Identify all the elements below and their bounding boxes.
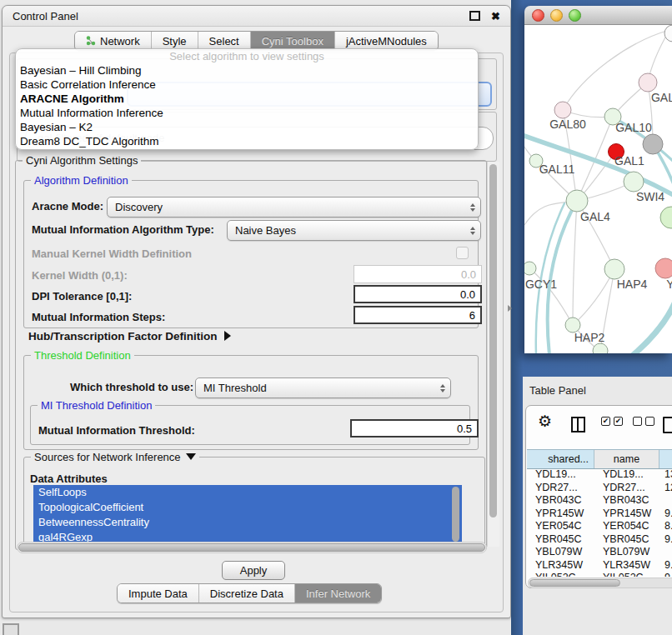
table-cell: 9. [659, 559, 672, 572]
table-cell: YPR145W [594, 508, 659, 521]
network-node-GAL1[interactable] [624, 172, 644, 192]
tab-style[interactable]: Style [152, 32, 198, 50]
network-node-GAL80[interactable] [554, 102, 571, 118]
manual-kernel-checkbox[interactable] [456, 247, 469, 259]
gear-icon[interactable]: ⚙ [538, 412, 552, 431]
mi-threshold-field[interactable]: 0.5 [350, 419, 479, 438]
combo-spinner-icon [470, 227, 475, 235]
columns-icon[interactable] [571, 417, 585, 432]
network-node-Y[interactable] [655, 258, 672, 278]
table-row[interactable]: YBR045CYBR045C9. [527, 533, 672, 547]
mi-type-label: Mutual Information Algorithm Type: [32, 223, 214, 236]
algorithm-definition-title: Algorithm Definition [31, 174, 132, 187]
float-window-icon[interactable] [469, 11, 480, 21]
network-node-label: GAL [651, 91, 672, 104]
sources-title-label: Sources for Network Inference [34, 451, 181, 463]
aracne-mode-label: Aracne Mode: [32, 200, 103, 212]
close-icon[interactable]: ✖ [491, 11, 500, 22]
attributes-scrollbar[interactable] [452, 487, 459, 542]
attribute-item[interactable]: BetweennessCentrality [33, 515, 462, 530]
table-header: shared... name [527, 449, 672, 469]
network-node-GAL[interactable] [639, 73, 657, 92]
table-cell: YBR045C [594, 533, 659, 547]
select-all-columns-icon[interactable]: ✔✔ [601, 417, 623, 426]
mi-steps-field[interactable]: 6 [354, 306, 482, 324]
table-body: YDL19...YDL19...13YDR27...YDR27...12YBR0… [527, 468, 672, 577]
table-cell: YDL19... [594, 468, 659, 482]
table-cell: YDL19... [527, 468, 594, 482]
table-cell: 13 [659, 468, 672, 482]
table-row[interactable]: YDR27...YDR27...12 [527, 482, 672, 495]
table-row[interactable]: YPR145WYPR145W9. [527, 508, 672, 521]
aracne-mode-combo[interactable]: Discovery [107, 197, 481, 218]
settings-vertical-scrollbar[interactable] [487, 162, 499, 547]
network-canvas[interactable]: GALGAL80GAL10GAL1SWI4GAL11GAL4GCY1HAP4YH… [524, 25, 672, 353]
sources-group-title[interactable]: Sources for Network Inference [31, 451, 199, 463]
network-node-unlabeled[interactable] [593, 343, 608, 353]
tab-discretize-data[interactable]: Discretize Data [199, 584, 295, 602]
tab-network[interactable]: Network [75, 32, 152, 50]
attribute-item[interactable]: TopologicalCoefficient [33, 500, 462, 515]
network-node-SWI4[interactable] [660, 207, 672, 228]
network-node-GAL4[interactable] [566, 190, 588, 212]
mi-threshold-label: Mutual Information Threshold: [38, 424, 195, 437]
algorithm-option[interactable]: Dream8 DC_TDC Algorithm [16, 134, 478, 148]
table-row[interactable]: YBR043CYBR043C [527, 494, 672, 508]
hub-definition-toggle[interactable]: Hub/Transcription Factor Definition [28, 330, 231, 342]
network-node-unlabeled[interactable] [643, 134, 663, 154]
table-row[interactable]: YIL052CYIL052C9 [527, 572, 672, 577]
table-cell [659, 546, 672, 559]
dpi-tolerance-field[interactable]: 0.0 [354, 285, 482, 303]
tab-impute-data[interactable]: Impute Data [118, 584, 199, 602]
algorithm-list: Bayesian – Hill ClimbingBasic Correlatio… [16, 63, 478, 148]
network-window-titlebar[interactable] [524, 6, 672, 25]
table-row[interactable]: YER054CYER054C8. [527, 520, 672, 533]
tab-infer-network[interactable]: Infer Network [295, 584, 381, 602]
bottom-tabbar: Impute Data Discretize Data Infer Networ… [117, 583, 382, 603]
mi-threshold-definition-title: MI Threshold Definition [38, 399, 155, 412]
tab-label: Discretize Data [210, 588, 283, 600]
data-attributes-list: SelfLoopsTopologicalCoefficientBetweenne… [33, 485, 462, 546]
bottom-left-grip-icon[interactable] [3, 623, 19, 635]
network-node-label: GCY1 [525, 278, 557, 291]
network-node-unlabeled[interactable] [664, 25, 672, 42]
deselect-all-columns-icon[interactable] [633, 417, 654, 426]
table-row[interactable]: YDL19...YDL19...13 [527, 468, 672, 482]
algorithm-option[interactable]: Basic Correlation Inference [16, 78, 478, 92]
network-node-HAP4[interactable] [604, 259, 624, 279]
close-traffic-light-icon[interactable] [532, 9, 544, 22]
collapsed-right-icon [224, 331, 231, 341]
column-header-shared[interactable]: shared... [527, 450, 594, 468]
combo-spinner-icon [470, 203, 475, 212]
tab-jactivemnodules[interactable]: jActiveMNodules [335, 32, 438, 50]
table-document-icon[interactable] [663, 417, 672, 433]
network-node-GCY1[interactable] [524, 262, 536, 275]
mi-type-combo[interactable]: Naive Bayes [227, 220, 481, 241]
network-tab-icon [86, 36, 96, 46]
network-node-label: SWI4 [636, 190, 664, 203]
table-row[interactable]: YLR345WYLR345W9. [527, 559, 672, 572]
column-header-partial[interactable] [659, 450, 672, 468]
table-cell: YLR345W [527, 559, 594, 572]
table-horizontal-scrollbar[interactable] [528, 578, 672, 588]
control-panel-titlebar[interactable]: Control Panel ✖ [3, 6, 510, 27]
which-threshold-combo[interactable]: MI Threshold [195, 378, 451, 398]
settings-horizontal-scrollbar[interactable] [17, 542, 487, 553]
algorithm-option[interactable]: Bayesian – K2 [16, 120, 478, 134]
column-header-name[interactable]: name [594, 450, 659, 468]
table-row[interactable]: YBL079WYBL079W [527, 546, 672, 559]
tab-cyni-toolbox[interactable]: Cyni Toolbox [251, 32, 335, 50]
kernel-width-field[interactable]: 0.0 [354, 265, 482, 283]
algorithm-option[interactable]: Bayesian – Hill Climbing [16, 63, 478, 78]
minimize-traffic-light-icon[interactable] [550, 9, 563, 22]
mi-steps-label: Mutual Information Steps: [32, 311, 165, 323]
network-view-window: GALGAL80GAL10GAL1SWI4GAL11GAL4GCY1HAP4YH… [524, 6, 672, 353]
apply-button[interactable]: Apply [222, 561, 285, 580]
algorithm-option[interactable]: ARACNE Algorithm [16, 92, 478, 106]
attribute-item[interactable]: SelfLoops [33, 485, 462, 500]
zoom-traffic-light-icon[interactable] [569, 9, 581, 22]
algorithm-option[interactable]: Mutual Information Inference [16, 106, 478, 120]
tab-select[interactable]: Select [198, 32, 251, 50]
mi-type-value: Naive Bayes [235, 224, 296, 237]
which-threshold-label: Which threshold to use: [70, 381, 193, 393]
